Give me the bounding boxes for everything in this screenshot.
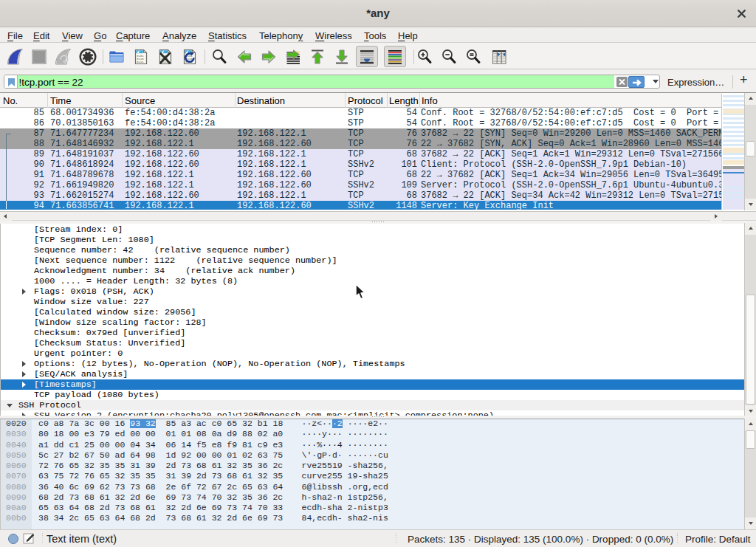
svg-text:0111: 0111: [137, 61, 144, 63]
